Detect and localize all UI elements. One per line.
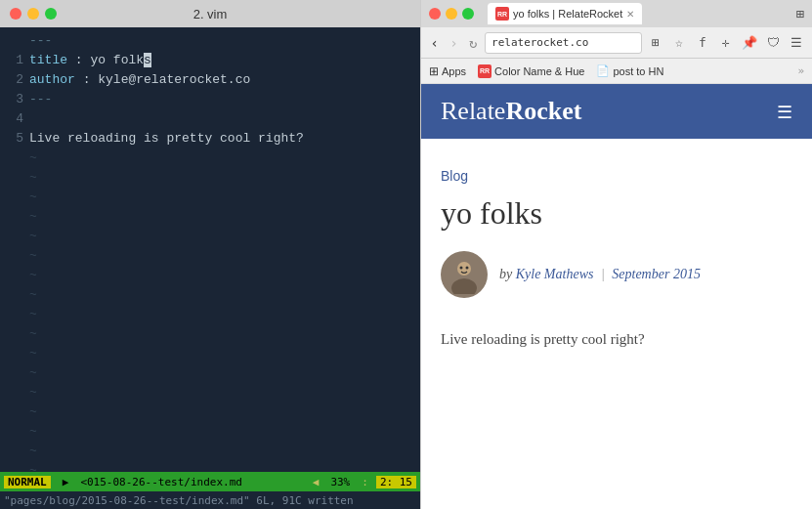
- vim-tilde-line: ~: [0, 383, 420, 403]
- vim-tilde-line: ~: [0, 285, 420, 305]
- address-input[interactable]: [485, 32, 642, 54]
- vim-tilde-line: ~: [0, 246, 420, 266]
- hamburger-menu-icon[interactable]: ☰: [777, 102, 792, 122]
- vim-colon: :: [362, 476, 368, 488]
- close-button[interactable]: [10, 8, 21, 20]
- screenshot-icon[interactable]: ✛: [716, 33, 736, 53]
- bookmark-doc-icon: 📄: [596, 64, 610, 77]
- vim-tilde-line: ~: [0, 363, 420, 383]
- vim-tilde-line: ~: [0, 227, 420, 246]
- vim-tilde-line: ~: [0, 324, 420, 344]
- vim-title: 2. vim: [193, 7, 228, 21]
- vim-filename: <015-08-26--test/index.md: [80, 476, 304, 488]
- vim-status-bar: NORMAL ▶ <015-08-26--test/index.md ◀ 33%…: [0, 472, 420, 491]
- bookmark-apps-label: Apps: [442, 65, 466, 77]
- browser-window-controls: ⊞: [796, 6, 804, 21]
- post-author-info: by Kyle Mathews | September 2015: [499, 267, 701, 282]
- vim-path-bar: "pages/blog/2015-08-26--test/index.md" 6…: [0, 491, 420, 509]
- vim-path-text: "pages/blog/2015-08-26--test/index.md" 6…: [4, 494, 354, 507]
- vim-editor: 2. vim --- 1 title : yo folks 2 author :…: [0, 0, 420, 509]
- active-browser-tab[interactable]: RR yo folks | RelateRocket ✕: [488, 3, 642, 24]
- menu-icon[interactable]: ☰: [787, 33, 806, 53]
- vim-line: 2 author : kyle@relaterocket.co: [0, 70, 420, 90]
- tab-label: yo folks | RelateRocket: [513, 8, 622, 20]
- minimize-button[interactable]: [27, 8, 39, 20]
- reader-icon[interactable]: f: [693, 33, 712, 53]
- svg-point-3: [460, 267, 463, 270]
- post-meta: by Kyle Mathews | September 2015: [441, 251, 792, 298]
- vim-tilde-line: ~: [0, 422, 420, 442]
- vim-tilde-line: ~: [0, 188, 420, 207]
- vim-traffic-lights: [10, 8, 57, 20]
- vim-titlebar: 2. vim: [0, 0, 420, 27]
- browser-minimize-button[interactable]: [446, 8, 457, 20]
- author-name[interactable]: Kyle Mathews: [516, 267, 594, 281]
- bookmark-rr-favicon: RR: [478, 64, 491, 78]
- vim-editor-content[interactable]: --- 1 title : yo folks 2 author : kyle@r…: [0, 27, 420, 472]
- more-options-icon[interactable]: ⊞: [796, 6, 804, 21]
- vim-tilde-line: ~: [0, 403, 420, 422]
- browser-toolbar-icons: ⊞ ☆ f ✛ 📌 🛡 ☰: [646, 33, 806, 53]
- browser-close-button[interactable]: [429, 8, 441, 20]
- vim-tilde-line: ~: [0, 168, 420, 188]
- svg-point-4: [466, 267, 469, 270]
- apps-grid-icon: ⊞: [429, 64, 439, 78]
- forward-button[interactable]: ›: [447, 32, 462, 54]
- tab-favicon: RR: [495, 7, 509, 21]
- webpage-content: RelateRocket ☰ Blog yo folks: [421, 84, 812, 509]
- breadcrumb-blog-link[interactable]: Blog: [441, 168, 468, 184]
- browser-tabs: RR yo folks | RelateRocket ✕: [488, 3, 791, 24]
- post-date: September 2015: [612, 267, 701, 281]
- vim-tilde-line: ~: [0, 266, 420, 285]
- bookmark-color-hue[interactable]: RR Color Name & Hue: [478, 64, 584, 78]
- avatar-image: [445, 255, 484, 294]
- back-button[interactable]: ‹: [427, 32, 443, 54]
- vim-tilde-line: ~: [0, 148, 420, 168]
- browser-maximize-button[interactable]: [462, 8, 474, 20]
- bookmarks-more-button[interactable]: »: [797, 64, 804, 77]
- vim-line: 5 Live reloading is pretty cool right?: [0, 129, 420, 148]
- vim-tilde-region: ~ ~ ~ ~ ~ ~ ~ ~ ~ ~ ~ ~ ~ ~ ~ ~ ~ ~: [0, 148, 420, 472]
- vim-line-col: 2: 15: [376, 476, 416, 488]
- bookmark-apps[interactable]: ⊞ Apps: [429, 64, 466, 78]
- vim-tilde-line: ~: [0, 305, 420, 324]
- site-logo: RelateRocket: [441, 97, 581, 126]
- pin-icon[interactable]: 📌: [740, 33, 759, 53]
- shield-icon[interactable]: 🛡: [763, 33, 783, 53]
- extensions-icon[interactable]: ⊞: [646, 33, 665, 53]
- vim-mode-arrow: ▶: [59, 476, 73, 488]
- vim-tilde-line: ~: [0, 442, 420, 461]
- vim-scroll-indicator: ◀: [313, 476, 320, 488]
- bookmark-star-icon[interactable]: ☆: [669, 33, 689, 53]
- vim-line: ---: [0, 31, 420, 51]
- vim-tilde-line: ~: [0, 461, 420, 472]
- bookmark-post-hn[interactable]: 📄 post to HN: [596, 64, 663, 77]
- vim-tilde-line: ~: [0, 344, 420, 363]
- vim-line: 3 ---: [0, 90, 420, 109]
- author-avatar: [441, 251, 488, 298]
- page-body: Blog yo folks by Kyle Ma: [421, 139, 812, 380]
- browser-traffic-lights: [429, 8, 474, 20]
- tab-close-button[interactable]: ✕: [626, 9, 634, 20]
- post-title: yo folks: [441, 195, 792, 232]
- vim-line: 4: [0, 109, 420, 129]
- browser-address-bar: ‹ › ↻ ⊞ ☆ f ✛ 📌 🛡 ☰: [421, 27, 812, 59]
- vim-scroll-percent: 33%: [326, 476, 354, 488]
- vim-mode-indicator: NORMAL: [4, 476, 51, 488]
- maximize-button[interactable]: [45, 8, 57, 20]
- author-separator: |: [601, 267, 605, 281]
- refresh-button[interactable]: ↻: [465, 32, 481, 54]
- site-header: RelateRocket ☰: [421, 84, 812, 139]
- browser-titlebar: RR yo folks | RelateRocket ✕ ⊞: [421, 0, 812, 27]
- bookmark-color-hue-label: Color Name & Hue: [494, 65, 584, 77]
- bookmarks-bar: ⊞ Apps RR Color Name & Hue 📄 post to HN …: [421, 59, 812, 84]
- bookmark-post-hn-label: post to HN: [613, 65, 663, 77]
- post-excerpt: Live reloading is pretty cool right?: [441, 327, 792, 351]
- vim-tilde-line: ~: [0, 207, 420, 227]
- vim-line: 1 title : yo folks: [0, 51, 420, 70]
- browser-window: RR yo folks | RelateRocket ✕ ⊞ ‹ › ↻ ⊞ ☆…: [420, 0, 812, 509]
